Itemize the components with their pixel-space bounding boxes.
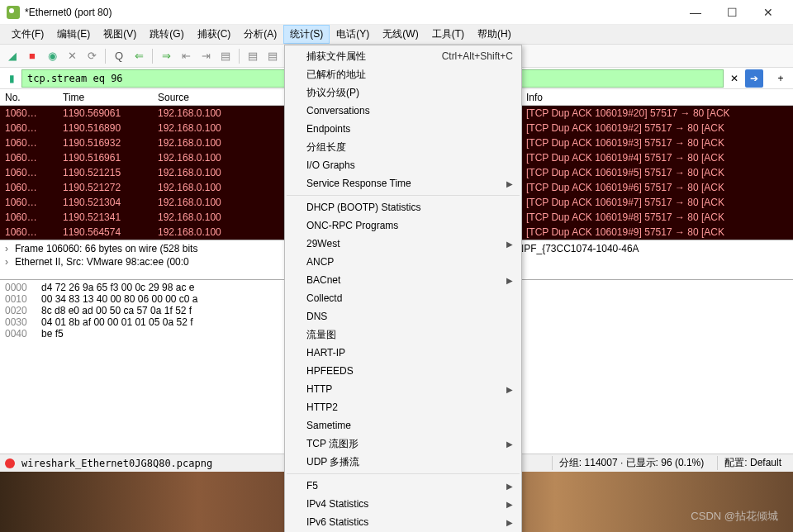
filter-clear-button[interactable]: ✕ <box>725 69 743 88</box>
menu-捕获(C)[interactable]: 捕获(C) <box>191 25 238 44</box>
col-no[interactable]: No. <box>0 91 58 104</box>
menu-item[interactable]: 捕获文件属性Ctrl+Alt+Shift+C <box>285 47 521 65</box>
watermark: CSDN @拈花倾城 <box>691 509 778 524</box>
menu-电话(Y)[interactable]: 电话(Y) <box>330 25 376 44</box>
submenu-arrow-icon: ▶ <box>506 482 513 491</box>
status-profile[interactable]: 配置: Default <box>717 456 788 470</box>
toolbar-btn-7[interactable]: ⇒ <box>157 47 175 65</box>
menu-item[interactable]: TCP 流图形▶ <box>285 435 521 453</box>
toolbar-btn-9[interactable]: ⇥ <box>197 47 215 65</box>
submenu-arrow-icon: ▶ <box>506 240 513 249</box>
submenu-arrow-icon: ▶ <box>506 179 513 188</box>
expert-info-icon[interactable] <box>5 458 15 468</box>
menu-item[interactable]: UDP 多播流 <box>285 453 521 471</box>
submenu-arrow-icon: ▶ <box>506 385 513 394</box>
toolbar-btn-2[interactable]: ◉ <box>43 47 61 65</box>
menu-无线(W)[interactable]: 无线(W) <box>376 25 425 44</box>
menu-item[interactable]: HTTP2 <box>285 398 521 416</box>
toolbar-btn-0[interactable]: ◢ <box>3 47 21 65</box>
close-button[interactable]: ✕ <box>750 1 786 24</box>
window-title: *Ethernet0 (port 80) <box>25 7 677 18</box>
menu-item[interactable]: 分组长度 <box>285 138 521 156</box>
filter-bookmark-icon[interactable]: ▮ <box>3 70 20 87</box>
toolbar-btn-4[interactable]: ⟳ <box>83 47 101 65</box>
menu-item[interactable]: Service Response Time▶ <box>285 174 521 192</box>
status-packets: 分组: 114007 · 已显示: 96 (0.1%) <box>552 456 710 470</box>
menu-item[interactable]: Sametime <box>285 416 521 435</box>
menu-item[interactable]: ANCP <box>285 253 521 271</box>
menu-分析(A)[interactable]: 分析(A) <box>237 25 283 44</box>
menu-视图(V)[interactable]: 视图(V) <box>97 25 143 44</box>
menu-item[interactable]: Endpoints <box>285 120 521 138</box>
menu-item[interactable]: I/O Graphs <box>285 156 521 174</box>
submenu-arrow-icon: ▶ <box>506 500 513 509</box>
menu-item[interactable]: ONC-RPC Programs <box>285 216 521 235</box>
menu-item[interactable]: F5▶ <box>285 477 521 495</box>
toolbar-btn-8[interactable]: ⇤ <box>177 47 195 65</box>
menu-item[interactable]: Conversations <box>285 102 521 120</box>
menu-item[interactable]: DNS <box>285 307 521 325</box>
menu-item[interactable]: Collectd <box>285 289 521 307</box>
toolbar-btn-3[interactable]: ✕ <box>63 47 81 65</box>
toolbar-btn-11[interactable]: ▤ <box>244 47 262 65</box>
ethernet-line[interactable]: Ethernet II, Src: VMware 98:ac:ee (00:0 <box>15 256 189 268</box>
menubar: 文件(F)编辑(E)视图(V)跳转(G)捕获(C)分析(A)统计(S)电话(Y)… <box>0 25 793 45</box>
submenu-arrow-icon: ▶ <box>506 518 513 527</box>
submenu-arrow-icon: ▶ <box>506 439 513 449</box>
menu-编辑(E)[interactable]: 编辑(E) <box>50 25 97 44</box>
menu-跳转(G)[interactable]: 跳转(G) <box>143 25 190 44</box>
col-info[interactable]: Info <box>521 91 793 104</box>
col-source[interactable]: Source <box>153 91 277 104</box>
maximize-button[interactable]: ☐ <box>714 1 750 24</box>
col-time[interactable]: Time <box>58 91 153 104</box>
toolbar-btn-5[interactable]: Q <box>110 47 128 65</box>
menu-item[interactable]: HPFEEDS <box>285 362 521 380</box>
menu-统计(S)[interactable]: 统计(S) <box>283 25 330 44</box>
titlebar: *Ethernet0 (port 80) ― ☐ ✕ <box>0 0 793 25</box>
menu-item[interactable]: 已解析的地址 <box>285 65 521 83</box>
menu-item[interactable]: 29West▶ <box>285 235 521 253</box>
menu-item[interactable]: IPv6 Statistics▶ <box>285 513 521 531</box>
menu-item[interactable]: HART-IP <box>285 344 521 362</box>
menu-item[interactable]: DHCP (BOOTP) Statistics <box>285 198 521 216</box>
toolbar-btn-1[interactable]: ■ <box>23 47 41 65</box>
filter-add-button[interactable]: + <box>772 69 790 88</box>
menu-item[interactable]: BACnet▶ <box>285 271 521 289</box>
toolbar-btn-12[interactable]: ▤ <box>264 47 282 65</box>
menu-item[interactable]: IPv4 Statistics▶ <box>285 495 521 513</box>
menu-帮助(H)[interactable]: 帮助(H) <box>471 25 518 44</box>
filter-apply-button[interactable]: ➔ <box>745 69 763 88</box>
submenu-arrow-icon: ▶ <box>506 276 513 285</box>
statistics-menu: 捕获文件属性Ctrl+Alt+Shift+C已解析的地址协议分级(P)Conve… <box>284 45 522 532</box>
minimize-button[interactable]: ― <box>677 1 714 24</box>
menu-item[interactable]: 协议分级(P) <box>285 83 521 102</box>
toolbar-btn-10[interactable]: ▤ <box>216 47 235 65</box>
menu-item[interactable]: 流量图 <box>285 325 521 344</box>
app-icon <box>7 6 20 19</box>
menu-工具(T)[interactable]: 工具(T) <box>425 25 471 44</box>
menu-item[interactable]: HTTP▶ <box>285 380 521 398</box>
menu-文件(F)[interactable]: 文件(F) <box>5 25 50 44</box>
frame-line[interactable]: Frame 106060: 66 bytes on wire (528 bits <box>15 243 197 254</box>
toolbar-btn-6[interactable]: ⇐ <box>130 47 148 65</box>
